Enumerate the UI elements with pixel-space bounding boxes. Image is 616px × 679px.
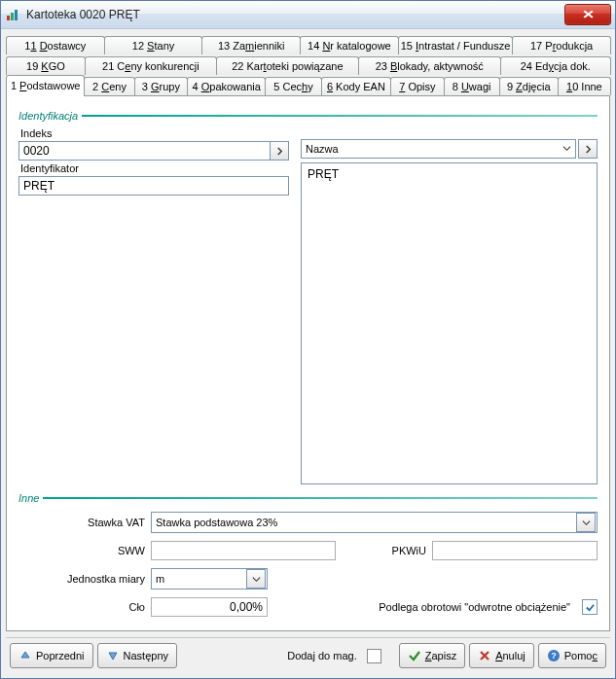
tab-produkcja[interactable]: 17 Produkcja [512, 36, 611, 54]
row-sww-pkwiu: SWW PKWiU [18, 541, 598, 560]
tab-kody-ean[interactable]: 6 Kody EAN [321, 77, 392, 95]
ident-row: Indeks Identyfikator Nazwa [18, 125, 598, 484]
tab-zamienniki[interactable]: 13 Zamienniki [201, 36, 301, 54]
section-inne-label: Inne [18, 492, 39, 504]
arrow-up-icon [18, 649, 32, 662]
indeks-lookup-button[interactable] [270, 141, 289, 161]
nazwa-select[interactable]: Nazwa [301, 139, 576, 159]
app-icon [5, 7, 20, 22]
chevron-down-icon [246, 569, 266, 589]
stawka-vat-label: Stawka VAT [18, 517, 151, 528]
clo-label: Cło [18, 601, 151, 613]
svg-text:?: ? [551, 651, 557, 661]
section-divider [82, 115, 598, 117]
chevron-right-icon [275, 147, 284, 156]
window-title: Kartoteka 0020 PRĘT [26, 8, 564, 21]
tab-stany[interactable]: 12 Stany [104, 36, 203, 54]
clo-input[interactable] [151, 597, 268, 617]
check-icon [585, 602, 596, 613]
sww-label: SWW [18, 545, 151, 556]
tab-row-2: 19 KGO 21 Ceny konkurencji 22 Kartoteki … [6, 54, 610, 75]
anuluj-button[interactable]: Anuluj [469, 643, 534, 668]
tab-kgo[interactable]: 19 KGO [6, 56, 86, 75]
odwrotne-checkbox[interactable] [582, 599, 598, 615]
tab-inne[interactable]: 10 Inne [558, 77, 611, 95]
indeks-row [18, 141, 289, 161]
row-stawka-vat: Stawka VAT Stawka podstawowa 23% [18, 512, 598, 533]
nazwa-textarea[interactable]: PRĘT [301, 162, 598, 484]
titlebar: Kartoteka 0020 PRĘT ✕ [1, 1, 615, 29]
tab-opakowania[interactable]: 4 Opakowania [187, 77, 266, 95]
sww-input[interactable] [151, 541, 336, 560]
dodaj-label: Dodaj do mag. [287, 650, 357, 661]
nazwa-select-label: Nazwa [306, 143, 339, 155]
close-button[interactable]: ✕ [564, 4, 611, 25]
svg-rect-2 [15, 10, 18, 20]
tab-opisy[interactable]: 7 Opisy [390, 77, 444, 95]
row-clo: Cło Podlega obrotowi "odwrotne obciążeni… [18, 597, 598, 617]
tabs-area: 11 Dostawcy 12 Stany 13 Zamienniki 14 Nr… [1, 29, 615, 96]
svg-rect-1 [11, 13, 14, 20]
indeks-label: Indeks [20, 127, 289, 139]
stawka-vat-value: Stawka podstawowa 23% [156, 517, 277, 528]
window: Kartoteka 0020 PRĘT ✕ 11 Dostawcy 12 Sta… [0, 0, 616, 679]
left-column: Indeks Identyfikator [18, 125, 289, 484]
row-jednostka: Jednostka miary m [18, 568, 598, 590]
bottom-bar: Poprzedni Następny Dodaj do mag. Zapisz … [6, 637, 610, 673]
jednostka-value: m [156, 573, 164, 585]
zapisz-label: Zapisz [425, 650, 456, 661]
tab-kartoteki-powiazane[interactable]: 22 Kartoteki powiązane [216, 56, 359, 75]
nazwa-lookup-button[interactable] [578, 139, 598, 159]
chevron-down-icon [576, 513, 596, 532]
pkwiu-label: PKWiU [392, 545, 432, 556]
tab-blokady[interactable]: 23 Blokady, aktywność [358, 56, 501, 75]
nazwa-row: Nazwa [301, 139, 598, 159]
indeks-input[interactable] [18, 141, 270, 161]
chevron-right-icon [584, 145, 593, 154]
tab-grupy[interactable]: 3 Grupy [134, 77, 188, 95]
identyfikator-input[interactable] [18, 176, 289, 196]
zapisz-button[interactable]: Zapisz [399, 643, 465, 668]
odwrotne-label: Podlega obrotowi "odwrotne obciążenie" [379, 601, 576, 613]
section-inne: Inne [18, 492, 598, 504]
section-identyfikacja: Identyfikacja [18, 110, 598, 122]
tab-row-3: 1 Podstawowe 2 Ceny 3 Grupy 4 Opakowania… [6, 75, 610, 95]
nastepny-label: Następny [124, 650, 168, 661]
tab-uwagi[interactable]: 8 Uwagi [444, 77, 500, 95]
section-divider [43, 497, 598, 499]
tab-zdjecia[interactable]: 9 Zdjęcia [499, 77, 559, 95]
svg-rect-0 [7, 16, 10, 20]
tab-dostawcy[interactable]: 11 Dostawcy [6, 36, 105, 54]
content-panel: Identyfikacja Indeks Identyfikator [6, 96, 610, 631]
tab-cechy[interactable]: 5 Cechy [265, 77, 321, 95]
pkwiu-input[interactable] [432, 541, 598, 560]
cross-icon [478, 649, 491, 662]
pomoc-label: Pomoc [564, 650, 598, 661]
jednostka-select[interactable]: m [151, 568, 268, 590]
help-icon: ? [547, 649, 561, 662]
arrow-down-icon [106, 649, 120, 662]
anuluj-label: Anuluj [495, 650, 525, 661]
tab-intrastat[interactable]: 15 Intrastat / Fundusze [398, 36, 514, 54]
chevron-down-icon [562, 143, 571, 155]
tab-edycja-dok[interactable]: 24 Edycja dok. [500, 56, 611, 75]
tab-ceny-konkurencji[interactable]: 21 Ceny konkurencji [85, 56, 217, 75]
pomoc-button[interactable]: ? Pomoc [538, 643, 606, 668]
right-column: Nazwa PRĘT [301, 125, 598, 484]
poprzedni-button[interactable]: Poprzedni [10, 643, 93, 668]
identyfikator-label: Identyfikator [20, 162, 289, 174]
jednostka-label: Jednostka miary [18, 573, 151, 585]
section-identyfikacja-label: Identyfikacja [18, 110, 78, 122]
tabs: 11 Dostawcy 12 Stany 13 Zamienniki 14 Nr… [6, 34, 610, 96]
nastepny-button[interactable]: Następny [97, 643, 177, 668]
tab-ceny[interactable]: 2 Ceny [84, 77, 134, 95]
dodaj-checkbox[interactable] [367, 649, 381, 663]
tab-nr-katalogowe[interactable]: 14 Nr katalogowe [300, 36, 399, 54]
tab-podstawowe[interactable]: 1 Podstawowe [6, 75, 85, 95]
tab-row-1: 11 Dostawcy 12 Stany 13 Zamienniki 14 Nr… [6, 34, 610, 54]
stawka-vat-select[interactable]: Stawka podstawowa 23% [151, 512, 598, 533]
poprzedni-label: Poprzedni [36, 650, 85, 661]
check-icon [408, 649, 421, 662]
